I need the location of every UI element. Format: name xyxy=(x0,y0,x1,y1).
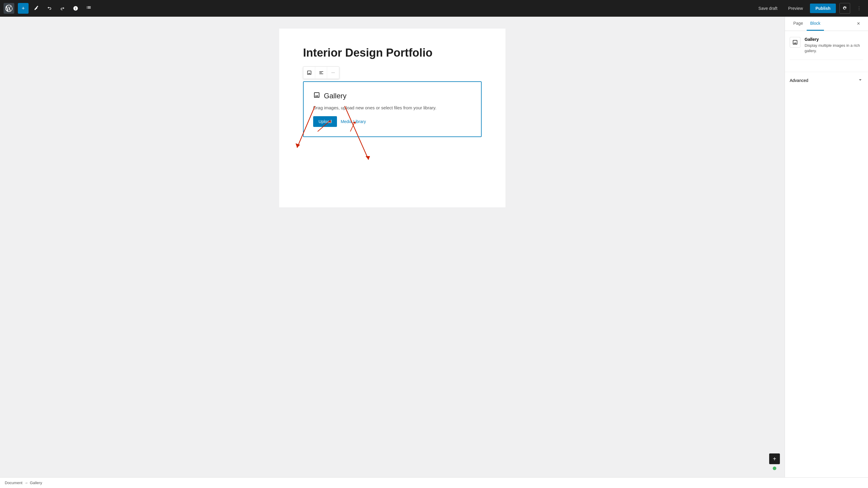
add-block-toolbar-button[interactable]: + xyxy=(18,3,29,14)
editor-canvas: Interior Design Portfolio xyxy=(279,29,505,207)
align-button[interactable] xyxy=(315,67,327,79)
toolbar-right: Save draft Preview Publish xyxy=(755,3,864,14)
advanced-section-header[interactable]: Advanced xyxy=(785,72,868,88)
settings-button[interactable] xyxy=(839,3,850,14)
gallery-actions: Upload Media Library xyxy=(313,116,471,127)
gallery-header: Gallery xyxy=(313,91,471,101)
svg-marker-7 xyxy=(366,156,370,160)
sidebar-panel: Page Block × Gallery Display multiple im… xyxy=(785,17,868,488)
redo-button[interactable] xyxy=(57,3,68,14)
editor-toolbar: + Save draft Preview Publish xyxy=(0,0,868,17)
breadcrumb-separator: → xyxy=(24,481,28,485)
editor-main: Interior Design Portfolio xyxy=(0,17,785,488)
upload-button[interactable]: Upload xyxy=(313,116,337,127)
tab-block[interactable]: Block xyxy=(807,17,824,31)
block-toolbar xyxy=(303,66,339,79)
gallery-block-icon xyxy=(313,91,320,101)
block-info-text: Gallery Display multiple images in a ric… xyxy=(805,37,863,54)
info-button[interactable] xyxy=(70,3,81,14)
block-info-section: Gallery Display multiple images in a ric… xyxy=(790,37,863,60)
advanced-chevron-icon xyxy=(857,77,863,84)
gallery-title: Gallery xyxy=(324,92,346,100)
breadcrumb-document[interactable]: Document xyxy=(5,481,22,485)
sidebar-content: Gallery Display multiple images in a ric… xyxy=(785,31,868,72)
sidebar-close-button[interactable]: × xyxy=(854,19,863,29)
more-options-button[interactable] xyxy=(854,3,864,14)
editor-layout: Interior Design Portfolio xyxy=(0,17,868,488)
tab-page[interactable]: Page xyxy=(790,17,807,31)
page-title[interactable]: Interior Design Portfolio xyxy=(303,47,482,59)
preview-button[interactable]: Preview xyxy=(785,4,807,12)
advanced-section: Advanced xyxy=(785,72,868,88)
advanced-label: Advanced xyxy=(790,78,808,83)
block-info-title: Gallery xyxy=(805,37,863,42)
add-block-floating-button[interactable]: + xyxy=(769,454,780,464)
sidebar-tabs: Page Block × xyxy=(785,17,868,31)
more-block-options-button[interactable] xyxy=(327,67,339,79)
floating-buttons: + xyxy=(769,454,780,470)
gallery-block: Gallery Drag images, upload new ones or … xyxy=(303,81,482,137)
undo-button[interactable] xyxy=(44,3,55,14)
status-bar: Document → Gallery xyxy=(0,477,868,488)
edit-mode-button[interactable] xyxy=(31,3,42,14)
block-info-icon xyxy=(790,37,800,48)
media-library-button[interactable]: Media Library xyxy=(341,119,366,124)
list-view-button[interactable] xyxy=(83,3,94,14)
wp-logo xyxy=(4,3,14,14)
gallery-description: Drag images, upload new ones or select f… xyxy=(313,105,471,110)
connection-indicator xyxy=(773,466,776,470)
svg-marker-5 xyxy=(296,143,300,148)
publish-button[interactable]: Publish xyxy=(810,4,836,13)
block-info-description: Display multiple images in a rich galler… xyxy=(805,43,863,54)
save-draft-button[interactable]: Save draft xyxy=(755,4,781,12)
breadcrumb-gallery[interactable]: Gallery xyxy=(30,481,42,485)
block-type-button[interactable] xyxy=(303,67,315,79)
